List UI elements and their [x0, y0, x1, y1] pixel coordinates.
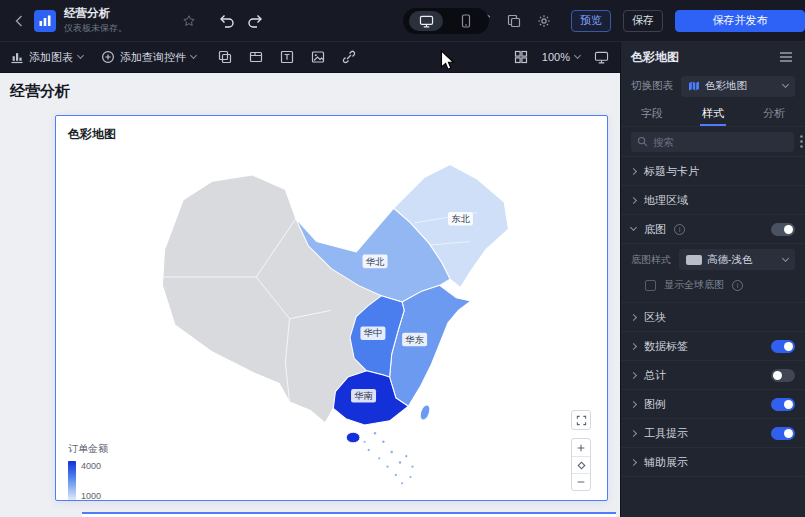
zoom-out-button[interactable] — [572, 473, 590, 490]
chevron-down-icon — [782, 254, 789, 261]
save-publish-button[interactable]: 保存并发布 — [675, 10, 805, 32]
screen-preview-icon[interactable] — [592, 48, 610, 66]
map-region-taiwan[interactable] — [418, 404, 431, 422]
next-chart-card-edge[interactable] — [82, 512, 616, 517]
switch-chart-label: 切换图表 — [631, 79, 673, 93]
zoom-level-select[interactable]: 100% — [542, 51, 580, 63]
panel-search[interactable] — [631, 132, 794, 152]
section-data-labels[interactable]: 数据标签 — [621, 332, 805, 361]
info-icon — [732, 280, 743, 291]
map-label-huazhong: 华中 — [364, 328, 383, 338]
map-legend: 订单金额 4000 1000 — [68, 442, 108, 501]
global-basemap-checkbox[interactable] — [645, 280, 656, 291]
basemap-toggle[interactable] — [771, 223, 795, 236]
app-body: 添加图表 添加查询控件 — [0, 42, 805, 517]
page-title: 经营分析 — [10, 82, 620, 101]
section-total[interactable]: 总计 — [621, 361, 805, 390]
redo-icon[interactable] — [246, 12, 264, 30]
favorite-star-icon[interactable] — [180, 12, 198, 30]
map-label-huanan: 华南 — [354, 391, 373, 401]
section-title-card[interactable]: 标题与卡片 — [621, 157, 805, 186]
legend-gradient-bar — [68, 461, 76, 501]
total-toggle[interactable] — [771, 369, 795, 382]
map-controls — [571, 410, 591, 491]
section-basemap[interactable]: 底图 — [621, 215, 805, 244]
zoom-slider-handle[interactable] — [572, 456, 590, 473]
map-label-huabei: 华北 — [366, 257, 385, 267]
undo-icon[interactable] — [218, 12, 236, 30]
map-label-dongbei: 东北 — [451, 214, 470, 224]
global-basemap-label: 显示全球底图 — [664, 278, 724, 292]
chevron-right-icon — [630, 400, 637, 407]
device-preview-toggle[interactable] — [403, 8, 489, 34]
mobile-view-button[interactable] — [449, 11, 483, 31]
section-auxiliary[interactable]: 辅助展示 — [621, 448, 805, 477]
chart-type-select[interactable]: 色彩地图 — [681, 76, 795, 97]
tab-fields[interactable]: 字段 — [621, 100, 682, 126]
search-input[interactable] — [653, 136, 788, 148]
container-widget-icon[interactable] — [216, 48, 234, 66]
tab-widget-icon[interactable] — [247, 48, 265, 66]
chevron-down-icon — [574, 52, 581, 59]
chevron-right-icon — [630, 196, 637, 203]
save-status-text: 仪表板未保存。 — [64, 23, 150, 34]
chevron-right-icon — [630, 342, 637, 349]
image-widget-icon[interactable] — [309, 48, 327, 66]
link-widget-icon[interactable] — [340, 48, 358, 66]
zoom-level-value: 100% — [542, 51, 570, 63]
app-window: 经营分析 仪表板未保存。 — [0, 0, 805, 517]
map-fit-button[interactable] — [571, 410, 591, 430]
tab-analysis[interactable]: 分析 — [744, 100, 805, 126]
basemap-style-value: 高德-浅色 — [707, 253, 753, 267]
layout-grid-icon[interactable] — [512, 48, 530, 66]
settings-gear-icon[interactable] — [535, 12, 553, 30]
preview-button[interactable]: 预览 — [571, 10, 611, 32]
search-icon — [637, 136, 648, 147]
legend-title: 订单金额 — [68, 442, 108, 456]
legend-min-value: 1000 — [81, 491, 101, 501]
panel-title: 色彩地图 — [631, 49, 679, 66]
section-tooltip[interactable]: 工具提示 — [621, 419, 805, 448]
section-block[interactable]: 区块 — [621, 303, 805, 332]
tooltip-toggle[interactable] — [771, 427, 795, 440]
chevron-down-icon — [190, 52, 197, 59]
legend-toggle[interactable] — [771, 398, 795, 411]
chevron-right-icon — [630, 371, 637, 378]
zoom-in-button[interactable] — [572, 439, 590, 456]
header-left-group: 经营分析 仪表板未保存。 — [10, 7, 264, 34]
kebab-menu-icon[interactable] — [800, 133, 803, 151]
header-right-group: 预览 保存 保存并发布 — [435, 10, 805, 32]
copy-icon[interactable] — [505, 12, 523, 30]
map-label-huadong: 华东 — [405, 335, 424, 345]
desktop-view-button[interactable] — [409, 11, 443, 31]
basemap-style-select[interactable]: 高德-浅色 — [679, 249, 795, 270]
add-query-control-button[interactable]: 添加查询控件 — [101, 50, 196, 65]
add-query-control-label: 添加查询控件 — [120, 50, 186, 65]
toolbar-right-group: 100% — [512, 48, 610, 66]
tab-style[interactable]: 样式 — [682, 100, 743, 126]
basemap-settings: 底图样式 高德-浅色 显示全球底图 — [621, 244, 805, 303]
chart-type-value: 色彩地图 — [705, 79, 747, 93]
save-button[interactable]: 保存 — [623, 10, 663, 32]
add-chart-button[interactable]: 添加图表 — [10, 50, 83, 65]
chart-icon — [10, 50, 24, 64]
data-labels-toggle[interactable] — [771, 340, 795, 353]
china-choropleth-map[interactable]: 东北 华北 华中 华东 华南 — [152, 154, 548, 498]
section-legend[interactable]: 图例 — [621, 390, 805, 419]
back-icon[interactable] — [10, 12, 28, 30]
dashboard-title: 经营分析 — [64, 7, 150, 21]
section-geo-area[interactable]: 地理区域 — [621, 186, 805, 215]
text-widget-icon[interactable] — [278, 48, 296, 66]
top-header: 经营分析 仪表板未保存。 — [0, 0, 805, 42]
add-chart-label: 添加图表 — [29, 50, 73, 65]
editor-column: 添加图表 添加查询控件 — [0, 42, 620, 517]
basemap-style-label: 底图样式 — [631, 253, 671, 267]
edit-toolbar: 添加图表 添加查询控件 — [0, 42, 620, 73]
panel-menu-icon[interactable] — [777, 48, 795, 66]
map-islands-dots — [364, 432, 414, 484]
map-region-hainan[interactable] — [346, 432, 360, 442]
chart-card[interactable]: 色彩地图 — [55, 115, 608, 501]
app-logo-icon[interactable] — [34, 10, 56, 32]
plus-circle-icon — [101, 50, 115, 64]
dashboard-canvas[interactable]: 经营分析 色彩地图 — [0, 73, 620, 517]
